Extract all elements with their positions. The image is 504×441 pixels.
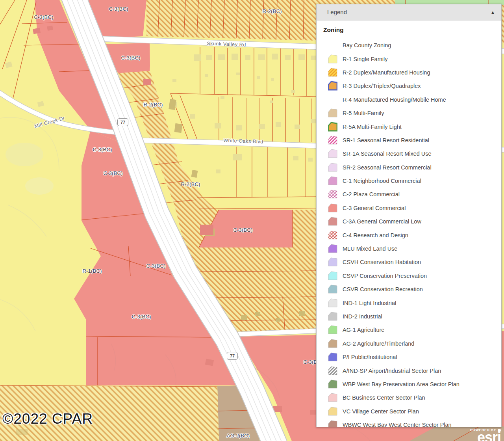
legend-header[interactable]: Legend ▲ <box>317 4 501 20</box>
legend-swatch-c4 <box>328 231 337 240</box>
legend-swatch-aindsp <box>328 366 337 376</box>
legend-item-r4: R-4 Manufactured Housing/Mobile Home <box>323 93 501 106</box>
legend-item-csvh: CSVH Conservation Habitation <box>323 255 501 269</box>
legend-item-r1: R-1 Single Family <box>323 52 501 65</box>
legend-title: Legend <box>327 9 347 15</box>
legend-item-label: C-4 Research and Design <box>343 232 408 238</box>
legend-item-c1: C-1 Neighborhood Commercial <box>323 174 501 188</box>
legend-swatch-csvh <box>328 257 337 267</box>
legend-item-label: CSVP Conservation Preservation <box>343 273 427 279</box>
legend-item-r5a: R-5A Multi-Family Light <box>323 120 501 133</box>
legend-swatch-c3a <box>328 217 337 226</box>
legend-item-label: BC Business Center Sector Plan <box>343 394 425 401</box>
legend-item-c4: C-4 Research and Design <box>323 228 501 242</box>
zoning-map-app: C-3(BC)C-3(BC)C-3(BC)R-2(BC)R-2(BC)C-3(B… <box>0 0 504 441</box>
legend-item-wbwc: WBWC West Bay West Center Sector Plan <box>323 418 501 427</box>
legend-item-mlu: MLU Mixed Land Use <box>323 242 501 255</box>
legend-swatch-mlu <box>328 244 337 253</box>
legend-swatch-bay-county <box>328 41 337 50</box>
legend-item-label: WBP West Bay Preservation Area Sector Pl… <box>343 381 460 387</box>
legend-item-label: SR-2 Seasonal Resort Commercial <box>343 164 432 171</box>
legend-swatch-sr1a <box>328 149 337 158</box>
legend-item-sr2: SR-2 Seasonal Resort Commercial <box>323 161 501 174</box>
legend-swatch-bc <box>328 393 337 402</box>
legend-swatch-csvp <box>328 271 337 281</box>
legend-item-label: CSVH Conservation Habitation <box>343 259 421 265</box>
legend-item-label: C-3A General Commercial Low <box>343 218 421 225</box>
legend-item-label: P/I Public/Institutional <box>343 354 397 360</box>
legend-swatch-wbwc <box>328 420 337 427</box>
legend-item-label: IND-2 Industrial <box>343 313 382 320</box>
legend-item-r5: R-5 Multi-Family <box>323 106 501 120</box>
legend-item-aindsp: A/IND-SP Airport/Industrial Sector Plan <box>323 364 501 377</box>
legend-items-list: Bay County ZoningR-1 Single Family R-2 D… <box>323 39 501 427</box>
legend-item-sr1a: SR-1A Seasonal Resort Mixed Use <box>323 147 501 160</box>
legend-swatch-ind2 <box>328 312 337 321</box>
legend-item-label: A/IND-SP Airport/Industrial Sector Plan <box>343 368 441 374</box>
legend-item-csvr: CSVR Conservation Recreation <box>323 283 501 296</box>
legend-item-wbp: WBP West Bay Preservation Area Sector Pl… <box>323 378 501 391</box>
legend-item-label: R-1 Single Family <box>343 56 387 62</box>
legend-item-label: R-4 Manufactured Housing/Mobile Home <box>343 97 446 103</box>
legend-item-label: SR-1A Seasonal Resort Mixed Use <box>343 151 432 157</box>
legend-item-label: AG-1 Agriculture <box>343 327 384 333</box>
legend-section-title: Zoning <box>323 26 501 33</box>
legend-item-label: R-3 Duplex/Triplex/Quadraplex <box>343 83 421 89</box>
legend-item-label: C-2 Plaza Commercial <box>343 191 400 197</box>
legend-item-label: VC Village Center Sector Plan <box>343 408 419 415</box>
legend-item-label: CSVR Conservation Recreation <box>343 286 423 292</box>
legend-body: Zoning Bay County ZoningR-1 Single Famil… <box>317 26 501 427</box>
legend-swatch-c2 <box>328 190 337 199</box>
legend-swatch-r1 <box>328 54 337 64</box>
legend-swatch-r5 <box>328 108 337 118</box>
legend-swatch-c3 <box>328 203 337 213</box>
legend-panel: Legend ▲ Zoning Bay County ZoningR-1 Sin… <box>316 4 502 427</box>
legend-swatch-sr1 <box>328 136 337 145</box>
legend-item-pi: P/I Public/Institutional <box>323 350 501 364</box>
legend-swatch-r4 <box>328 95 337 104</box>
legend-item-c2: C-2 Plaza Commercial <box>323 188 501 201</box>
legend-item-c3: C-3 General Commercial <box>323 201 501 215</box>
legend-item-label: R-5A Multi-Family Light <box>343 124 402 130</box>
legend-swatch-sr2 <box>328 163 337 172</box>
legend-item-csvp: CSVP Conservation Preservation <box>323 269 501 283</box>
legend-item-label: SR-1 Seasonal Resort Residential <box>343 137 429 143</box>
legend-item-label: MLU Mixed Land Use <box>343 246 397 252</box>
collapse-caret-icon[interactable]: ▲ <box>491 4 495 20</box>
legend-swatch-csvr <box>328 285 337 294</box>
esri-attribution: POWERED BY esri <box>470 428 501 441</box>
highway-77-shield: 77 <box>227 352 238 360</box>
legend-swatch-pi <box>328 352 337 362</box>
legend-item-bay-county: Bay County Zoning <box>323 39 501 52</box>
legend-item-label: Bay County Zoning <box>343 42 391 48</box>
legend-swatch-r5a <box>328 122 337 132</box>
legend-item-label: AG-2 Agriculture/Timberland <box>343 341 414 347</box>
legend-item-c3a: C-3A General Commercial Low <box>323 215 501 228</box>
legend-item-label: C-3 General Commercial <box>343 205 406 211</box>
legend-item-r2: R-2 Duplex/Manufactured Housing <box>323 66 501 79</box>
legend-item-label: R-2 Duplex/Manufactured Housing <box>343 69 430 76</box>
legend-item-bc: BC Business Center Sector Plan <box>323 391 501 404</box>
legend-item-ind2: IND-2 Industrial <box>323 310 501 323</box>
legend-item-label: R-5 Multi-Family <box>343 110 384 116</box>
legend-swatch-wbp <box>328 380 337 389</box>
legend-swatch-r2 <box>328 68 337 77</box>
legend-swatch-vc <box>328 407 337 416</box>
legend-item-vc: VC Village Center Sector Plan <box>323 405 501 418</box>
legend-item-ag2: AG-2 Agriculture/Timberland <box>323 337 501 350</box>
legend-swatch-ind1 <box>328 298 337 308</box>
esri-logo: esri <box>470 432 501 441</box>
legend-swatch-ag2 <box>328 339 337 348</box>
copyright-watermark: ©2022 CPAR <box>2 411 93 427</box>
legend-swatch-ag1 <box>328 325 337 335</box>
legend-item-r3: R-3 Duplex/Triplex/Quadraplex <box>323 79 501 93</box>
legend-item-label: WBWC West Bay West Center Sector Plan <box>343 422 452 427</box>
legend-item-label: IND-1 Light Industrial <box>343 300 396 306</box>
legend-item-label: C-1 Neighborhood Commercial <box>343 178 421 184</box>
highway-77-shield: 77 <box>117 118 128 126</box>
legend-item-ag1: AG-1 Agriculture <box>323 323 501 337</box>
legend-swatch-c1 <box>328 176 337 186</box>
legend-swatch-r3 <box>328 81 337 91</box>
legend-item-sr1: SR-1 Seasonal Resort Residential <box>323 134 501 147</box>
legend-item-ind1: IND-1 Light Industrial <box>323 296 501 309</box>
